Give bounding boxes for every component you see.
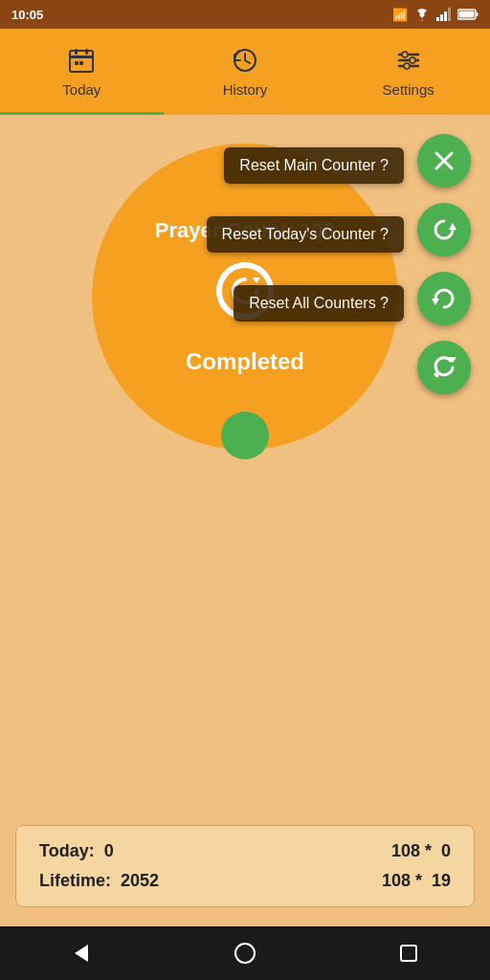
completed-text: Completed [186, 348, 304, 375]
lifetime-stats-row: Lifetime: 2052 108 * 19 [39, 871, 451, 891]
lifetime-multiplier-value: 108 * 19 [382, 871, 451, 891]
svg-rect-2 [444, 11, 447, 21]
lifetime-label: Lifetime: 2052 [39, 871, 159, 891]
svg-rect-0 [436, 17, 439, 21]
home-button[interactable] [226, 934, 264, 972]
calendar-icon [68, 47, 95, 78]
svg-marker-23 [432, 299, 439, 305]
reset-main-counter-fab-button[interactable] [417, 203, 471, 256]
today-label: Today: 0 [39, 841, 114, 861]
close-fab-button[interactable] [417, 134, 471, 188]
svg-point-18 [410, 57, 415, 63]
svg-rect-5 [477, 12, 479, 16]
today-stats-row: Today: 0 108 * 0 [39, 841, 451, 861]
reset-today-counter-popup[interactable]: Reset Today's Counter ? [207, 216, 404, 253]
reset-all-counters-fab-button[interactable] [417, 341, 471, 394]
svg-marker-26 [75, 945, 88, 962]
recents-button[interactable] [390, 934, 428, 972]
recents-square-icon [400, 945, 417, 962]
battery-icon [457, 9, 479, 20]
svg-rect-9 [75, 49, 78, 55]
svg-marker-25 [253, 278, 260, 283]
svg-rect-3 [448, 8, 451, 21]
nav-history-label: History [223, 81, 268, 98]
top-nav: Today History Settings [0, 29, 490, 115]
reset-today-counter-label: Reset Today's Counter ? [207, 216, 404, 253]
svg-rect-6 [459, 11, 475, 18]
svg-rect-1 [440, 14, 443, 21]
back-button[interactable] [62, 934, 100, 972]
bottom-nav [0, 926, 490, 980]
reset-all-counters-label: Reset All Counters ? [234, 285, 404, 322]
nav-today-label: Today [62, 81, 100, 98]
history-icon [232, 47, 258, 78]
home-circle-icon [234, 943, 256, 964]
wifi-icon [413, 8, 431, 21]
status-bar: 10:05 📶 [0, 0, 490, 29]
svg-rect-12 [79, 61, 83, 65]
reset-today-counter-fab-button[interactable] [417, 272, 471, 325]
svg-marker-22 [449, 223, 457, 230]
small-green-circle[interactable] [221, 412, 269, 459]
today-multiplier-value: 108 * 0 [391, 841, 451, 861]
svg-rect-11 [75, 61, 78, 65]
nav-settings[interactable]: Settings [326, 29, 490, 115]
stats-box: Today: 0 108 * 0 Lifetime: 2052 108 * 19 [15, 825, 475, 907]
svg-point-17 [402, 52, 408, 57]
sliders-icon [395, 47, 422, 78]
status-icons: 📶 [392, 8, 479, 22]
svg-rect-8 [70, 56, 93, 58]
reset-main-counter-label: Reset Main Counter ? [224, 147, 404, 184]
svg-rect-10 [85, 49, 88, 55]
nav-history[interactable]: History [164, 29, 327, 115]
reset-all-counters-popup[interactable]: Reset All Counters ? [234, 285, 404, 322]
svg-point-19 [404, 63, 410, 69]
status-time: 10:05 [11, 8, 43, 22]
signal-icon [436, 8, 452, 21]
sim-icon: 📶 [392, 8, 408, 22]
nav-settings-label: Settings [383, 81, 434, 98]
nav-today[interactable]: Today [0, 29, 164, 115]
fab-container [417, 134, 471, 394]
main-content: Reset Main Counter ? Reset Today's Count… [0, 115, 490, 926]
reset-main-counter-popup[interactable]: Reset Main Counter ? [224, 147, 404, 184]
